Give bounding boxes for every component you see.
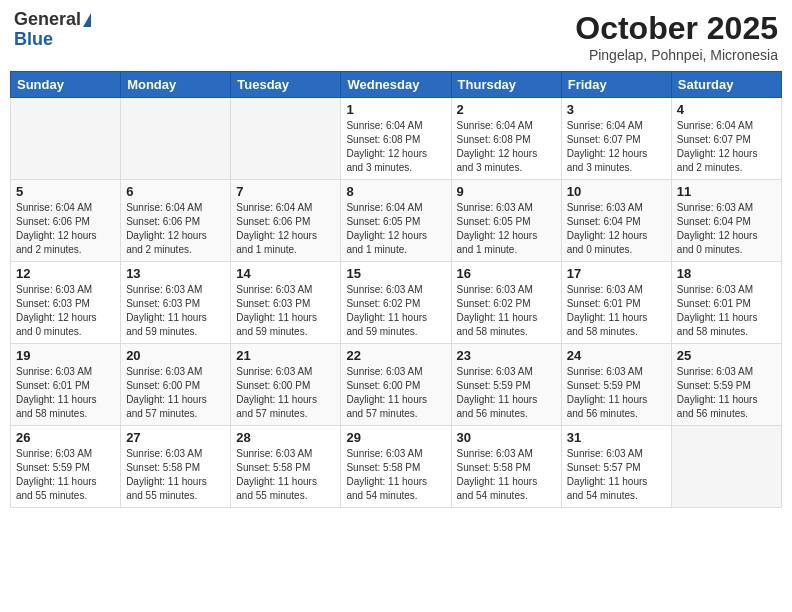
- day-info: Sunrise: 6:04 AM Sunset: 6:06 PM Dayligh…: [16, 201, 115, 257]
- weekday-header: Monday: [121, 72, 231, 98]
- day-info: Sunrise: 6:04 AM Sunset: 6:06 PM Dayligh…: [126, 201, 225, 257]
- calendar-week-row: 26Sunrise: 6:03 AM Sunset: 5:59 PM Dayli…: [11, 426, 782, 508]
- calendar-cell: 22Sunrise: 6:03 AM Sunset: 6:00 PM Dayli…: [341, 344, 451, 426]
- day-info: Sunrise: 6:03 AM Sunset: 6:04 PM Dayligh…: [567, 201, 666, 257]
- logo: General Blue: [14, 10, 91, 50]
- day-info: Sunrise: 6:03 AM Sunset: 5:58 PM Dayligh…: [236, 447, 335, 503]
- calendar-cell: 20Sunrise: 6:03 AM Sunset: 6:00 PM Dayli…: [121, 344, 231, 426]
- calendar-cell: [11, 98, 121, 180]
- calendar-cell: 18Sunrise: 6:03 AM Sunset: 6:01 PM Dayli…: [671, 262, 781, 344]
- day-info: Sunrise: 6:03 AM Sunset: 6:03 PM Dayligh…: [16, 283, 115, 339]
- day-info: Sunrise: 6:03 AM Sunset: 6:03 PM Dayligh…: [126, 283, 225, 339]
- day-number: 9: [457, 184, 556, 199]
- title-section: October 2025 Pingelap, Pohnpei, Micrones…: [575, 10, 778, 63]
- weekday-header: Sunday: [11, 72, 121, 98]
- day-number: 28: [236, 430, 335, 445]
- day-number: 31: [567, 430, 666, 445]
- calendar-cell: 5Sunrise: 6:04 AM Sunset: 6:06 PM Daylig…: [11, 180, 121, 262]
- weekday-header: Friday: [561, 72, 671, 98]
- calendar-table: SundayMondayTuesdayWednesdayThursdayFrid…: [10, 71, 782, 508]
- day-info: Sunrise: 6:03 AM Sunset: 5:57 PM Dayligh…: [567, 447, 666, 503]
- day-number: 2: [457, 102, 556, 117]
- calendar-cell: 21Sunrise: 6:03 AM Sunset: 6:00 PM Dayli…: [231, 344, 341, 426]
- calendar-cell: 12Sunrise: 6:03 AM Sunset: 6:03 PM Dayli…: [11, 262, 121, 344]
- day-number: 15: [346, 266, 445, 281]
- calendar-cell: [671, 426, 781, 508]
- day-number: 19: [16, 348, 115, 363]
- calendar-cell: 14Sunrise: 6:03 AM Sunset: 6:03 PM Dayli…: [231, 262, 341, 344]
- calendar-cell: 15Sunrise: 6:03 AM Sunset: 6:02 PM Dayli…: [341, 262, 451, 344]
- day-number: 7: [236, 184, 335, 199]
- day-number: 10: [567, 184, 666, 199]
- calendar-cell: 31Sunrise: 6:03 AM Sunset: 5:57 PM Dayli…: [561, 426, 671, 508]
- day-info: Sunrise: 6:03 AM Sunset: 6:00 PM Dayligh…: [236, 365, 335, 421]
- month-title: October 2025: [575, 10, 778, 47]
- day-info: Sunrise: 6:03 AM Sunset: 6:00 PM Dayligh…: [126, 365, 225, 421]
- weekday-header: Saturday: [671, 72, 781, 98]
- day-info: Sunrise: 6:03 AM Sunset: 6:01 PM Dayligh…: [677, 283, 776, 339]
- calendar-cell: 16Sunrise: 6:03 AM Sunset: 6:02 PM Dayli…: [451, 262, 561, 344]
- calendar-cell: 30Sunrise: 6:03 AM Sunset: 5:58 PM Dayli…: [451, 426, 561, 508]
- location: Pingelap, Pohnpei, Micronesia: [575, 47, 778, 63]
- day-number: 12: [16, 266, 115, 281]
- day-info: Sunrise: 6:04 AM Sunset: 6:06 PM Dayligh…: [236, 201, 335, 257]
- day-info: Sunrise: 6:03 AM Sunset: 6:00 PM Dayligh…: [346, 365, 445, 421]
- calendar-cell: 3Sunrise: 6:04 AM Sunset: 6:07 PM Daylig…: [561, 98, 671, 180]
- weekday-header: Thursday: [451, 72, 561, 98]
- calendar-cell: 27Sunrise: 6:03 AM Sunset: 5:58 PM Dayli…: [121, 426, 231, 508]
- calendar-week-row: 19Sunrise: 6:03 AM Sunset: 6:01 PM Dayli…: [11, 344, 782, 426]
- day-number: 3: [567, 102, 666, 117]
- calendar-cell: 25Sunrise: 6:03 AM Sunset: 5:59 PM Dayli…: [671, 344, 781, 426]
- day-info: Sunrise: 6:03 AM Sunset: 5:58 PM Dayligh…: [346, 447, 445, 503]
- day-number: 5: [16, 184, 115, 199]
- calendar-week-row: 5Sunrise: 6:04 AM Sunset: 6:06 PM Daylig…: [11, 180, 782, 262]
- day-info: Sunrise: 6:03 AM Sunset: 6:02 PM Dayligh…: [346, 283, 445, 339]
- day-number: 30: [457, 430, 556, 445]
- day-info: Sunrise: 6:04 AM Sunset: 6:05 PM Dayligh…: [346, 201, 445, 257]
- day-number: 1: [346, 102, 445, 117]
- logo-blue-text: Blue: [14, 30, 53, 50]
- calendar-cell: 11Sunrise: 6:03 AM Sunset: 6:04 PM Dayli…: [671, 180, 781, 262]
- day-number: 13: [126, 266, 225, 281]
- logo-general-text: General: [14, 10, 81, 30]
- day-info: Sunrise: 6:03 AM Sunset: 6:02 PM Dayligh…: [457, 283, 556, 339]
- calendar-cell: 10Sunrise: 6:03 AM Sunset: 6:04 PM Dayli…: [561, 180, 671, 262]
- calendar-cell: 24Sunrise: 6:03 AM Sunset: 5:59 PM Dayli…: [561, 344, 671, 426]
- calendar-week-row: 12Sunrise: 6:03 AM Sunset: 6:03 PM Dayli…: [11, 262, 782, 344]
- day-number: 23: [457, 348, 556, 363]
- day-info: Sunrise: 6:03 AM Sunset: 5:59 PM Dayligh…: [16, 447, 115, 503]
- day-number: 22: [346, 348, 445, 363]
- day-info: Sunrise: 6:03 AM Sunset: 6:01 PM Dayligh…: [567, 283, 666, 339]
- day-number: 21: [236, 348, 335, 363]
- day-number: 25: [677, 348, 776, 363]
- day-info: Sunrise: 6:03 AM Sunset: 6:03 PM Dayligh…: [236, 283, 335, 339]
- logo-triangle-icon: [83, 13, 91, 27]
- day-info: Sunrise: 6:03 AM Sunset: 5:59 PM Dayligh…: [567, 365, 666, 421]
- day-info: Sunrise: 6:03 AM Sunset: 6:05 PM Dayligh…: [457, 201, 556, 257]
- day-number: 8: [346, 184, 445, 199]
- calendar-cell: 13Sunrise: 6:03 AM Sunset: 6:03 PM Dayli…: [121, 262, 231, 344]
- calendar-cell: 19Sunrise: 6:03 AM Sunset: 6:01 PM Dayli…: [11, 344, 121, 426]
- day-info: Sunrise: 6:03 AM Sunset: 6:01 PM Dayligh…: [16, 365, 115, 421]
- calendar-cell: 1Sunrise: 6:04 AM Sunset: 6:08 PM Daylig…: [341, 98, 451, 180]
- day-info: Sunrise: 6:03 AM Sunset: 5:59 PM Dayligh…: [677, 365, 776, 421]
- calendar-cell: 2Sunrise: 6:04 AM Sunset: 6:08 PM Daylig…: [451, 98, 561, 180]
- day-number: 26: [16, 430, 115, 445]
- calendar-cell: 8Sunrise: 6:04 AM Sunset: 6:05 PM Daylig…: [341, 180, 451, 262]
- day-info: Sunrise: 6:04 AM Sunset: 6:08 PM Dayligh…: [346, 119, 445, 175]
- calendar-cell: 28Sunrise: 6:03 AM Sunset: 5:58 PM Dayli…: [231, 426, 341, 508]
- calendar-cell: 4Sunrise: 6:04 AM Sunset: 6:07 PM Daylig…: [671, 98, 781, 180]
- calendar-cell: 23Sunrise: 6:03 AM Sunset: 5:59 PM Dayli…: [451, 344, 561, 426]
- calendar-cell: [121, 98, 231, 180]
- weekday-header: Tuesday: [231, 72, 341, 98]
- day-info: Sunrise: 6:03 AM Sunset: 5:58 PM Dayligh…: [126, 447, 225, 503]
- day-number: 29: [346, 430, 445, 445]
- calendar-header-row: SundayMondayTuesdayWednesdayThursdayFrid…: [11, 72, 782, 98]
- day-info: Sunrise: 6:04 AM Sunset: 6:07 PM Dayligh…: [567, 119, 666, 175]
- day-number: 24: [567, 348, 666, 363]
- day-number: 17: [567, 266, 666, 281]
- day-info: Sunrise: 6:03 AM Sunset: 6:04 PM Dayligh…: [677, 201, 776, 257]
- day-info: Sunrise: 6:03 AM Sunset: 5:58 PM Dayligh…: [457, 447, 556, 503]
- calendar-cell: 29Sunrise: 6:03 AM Sunset: 5:58 PM Dayli…: [341, 426, 451, 508]
- calendar-week-row: 1Sunrise: 6:04 AM Sunset: 6:08 PM Daylig…: [11, 98, 782, 180]
